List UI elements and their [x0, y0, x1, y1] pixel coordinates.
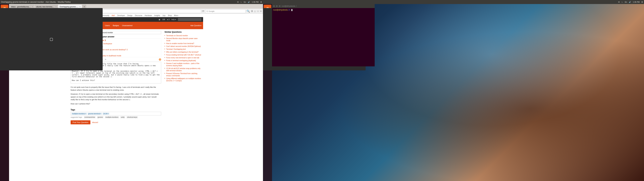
- post-question-button[interactable]: Post Your Question: [70, 120, 90, 124]
- mail-icon[interactable]: ✉: [237, 1, 239, 3]
- google-icon: G: [206, 10, 208, 12]
- similar-link[interactable]: 12.04 ctrl-alt-f(1/2 window snap problem…: [164, 67, 202, 72]
- sugg-tag[interactable]: shortcut-keys: [126, 116, 138, 118]
- tag[interactable]: multiple-monitors×: [72, 112, 87, 115]
- gear-icon[interactable]: ⚙: [260, 1, 262, 3]
- nav-link[interactable]: Shop: [168, 14, 172, 16]
- similar-link[interactable]: Prevent X/Gnome /Terminal from catching …: [164, 72, 202, 77]
- clock[interactable]: 1:35 PM: [633, 1, 640, 3]
- nav-link[interactable]: Hardware: [145, 14, 152, 16]
- nav-link[interactable]: Discourse: [135, 14, 142, 16]
- header-link[interactable]: Users: [105, 24, 110, 26]
- cursor: [291, 9, 292, 11]
- header-link[interactable]: Unanswered: [122, 24, 132, 26]
- sound-icon[interactable]: 🔊: [248, 1, 250, 3]
- reputation[interactable]: 108: [162, 18, 165, 20]
- similar-link[interactable]: Gnome 3 and multiple monitors - parts of…: [164, 62, 202, 67]
- mail-icon[interactable]: ✉: [618, 1, 620, 3]
- ask-question-link[interactable]: Ask Question: [190, 24, 202, 26]
- se-search[interactable]: [178, 18, 202, 21]
- similar-link[interactable]: Why are letters overlapping in the termi…: [164, 50, 202, 54]
- prompt-user: root@dirtydeeds: [273, 9, 288, 11]
- similar-link[interactable]: Second Monitor stays black/in power save…: [164, 37, 202, 42]
- terminal-window[interactable]: root@dirtydeeds: / root@dirtydeeds:/#: [272, 4, 375, 66]
- sugg-label: suggested tags:: [70, 116, 82, 118]
- indicators: ✉ ↑↓ En 🔊 1:35 PM ⚙: [237, 1, 262, 3]
- min-button[interactable]: [276, 5, 278, 7]
- prompt-path: :/#: [288, 9, 290, 11]
- gnome-panel-m2: ✉ ↑↓ En 🔊 1:35 PM ⚙: [263, 0, 644, 4]
- sugg-tag[interactable]: command-line: [84, 116, 96, 118]
- network-icon[interactable]: ↑↓: [621, 1, 623, 3]
- similar-link[interactable]: Fonts in terminal overlapping [duplicate…: [164, 59, 202, 62]
- download-icon[interactable]: ⬇: [251, 10, 253, 13]
- nav-link[interactable]: Design: [127, 14, 132, 16]
- unity-launcher: ◉ 🗀 🦊 ▤ ⚙ ▢ ▢ ⊞ 🗑: [0, 4, 9, 181]
- bookmark-icon[interactable]: ☆: [257, 10, 259, 13]
- similar-link[interactable]: Force every new terminal to open in new …: [164, 56, 202, 59]
- clock[interactable]: 1:35 PM: [252, 1, 258, 3]
- tags-input[interactable]: multiple-monitors× gnome-terminal× 14.04…: [70, 112, 161, 116]
- similar-link[interactable]: Terminal: Overlapping text: [164, 48, 202, 50]
- menu-icon[interactable]: ≡: [260, 10, 262, 13]
- search-bar[interactable]: GGoogle: [205, 10, 246, 13]
- similar-link[interactable]: Using different wallpapers on multiple m…: [164, 77, 202, 82]
- avatar[interactable]: ▣: [159, 18, 160, 20]
- tag[interactable]: 14.04×: [102, 112, 109, 115]
- nav-link[interactable]: Developer: [117, 14, 125, 16]
- discard-link[interactable]: discard: [92, 121, 98, 123]
- help-icon[interactable]: ?: [159, 58, 161, 61]
- tag[interactable]: gnome-terminal×: [88, 112, 102, 115]
- similar-link[interactable]: How to enable monitor from terminal?: [164, 42, 202, 45]
- sound-icon[interactable]: 🔊: [629, 1, 631, 3]
- gnome-panel-m1: Overlapping gnome-terminals in second mo…: [0, 0, 263, 4]
- sugg-tag[interactable]: unity: [120, 116, 125, 118]
- redo-icon[interactable]: ↷: [105, 58, 106, 61]
- preview: I'm not quite sure how to properly title…: [70, 84, 161, 108]
- close-icon[interactable]: ×: [32, 6, 33, 8]
- nav-link[interactable]: Juju: [162, 14, 165, 16]
- sugg-tag[interactable]: gnome: [97, 116, 104, 118]
- nav-link[interactable]: More ›: [174, 14, 179, 16]
- similar-link[interactable]: Can't detect second monitor (NVIDIA Opti…: [164, 45, 202, 48]
- terminal-body[interactable]: root@dirtydeeds:/#: [272, 8, 375, 12]
- unity-launcher-m2: ◉ 🗀 🦊 ▤ ⚙ ▢ ▢ ⊞ 🗑: [263, 4, 272, 181]
- reload-icon[interactable]: ⟳: [202, 10, 204, 13]
- window-title: Overlapping gnome-terminals in second mo…: [1, 1, 236, 3]
- terminal-title: root@dirtydeeds: /: [282, 5, 297, 7]
- terminal2-icon[interactable]: ▢: [0, 8, 103, 70]
- header-link[interactable]: Badges: [113, 24, 119, 26]
- close-button[interactable]: [273, 5, 275, 7]
- similar-link[interactable]: Focus existing terminal with 'Ctrl-Alt-T…: [164, 54, 202, 56]
- close-icon[interactable]: ×: [80, 6, 80, 8]
- lang-indicator[interactable]: En: [625, 1, 627, 3]
- nav-link[interactable]: Ask!: [112, 14, 115, 16]
- terminal-titlebar[interactable]: root@dirtydeeds: /: [272, 4, 375, 8]
- max-button[interactable]: [279, 5, 280, 7]
- home-icon[interactable]: ⌂: [254, 10, 256, 13]
- nav-link[interactable]: Insights: [154, 14, 160, 16]
- help-menu[interactable]: help ▾: [172, 18, 176, 20]
- lang-indicator[interactable]: En: [244, 1, 246, 3]
- gear-icon[interactable]: ⚙: [641, 1, 643, 3]
- sugg-tag[interactable]: multiple-monitors: [105, 116, 119, 118]
- similar-heading: Similar Questions: [164, 31, 202, 33]
- badge-count: ● 3: [167, 18, 170, 20]
- search-icon[interactable]: 🔍: [246, 10, 250, 13]
- similar-link[interactable]: Terminals on Second monitor: [164, 34, 202, 37]
- sidebar: Similar Questions Terminals on Second mo…: [164, 31, 202, 124]
- tags-label: Tags: [70, 108, 75, 111]
- close-icon[interactable]: ×: [56, 6, 56, 8]
- network-icon[interactable]: ↑↓: [240, 1, 242, 3]
